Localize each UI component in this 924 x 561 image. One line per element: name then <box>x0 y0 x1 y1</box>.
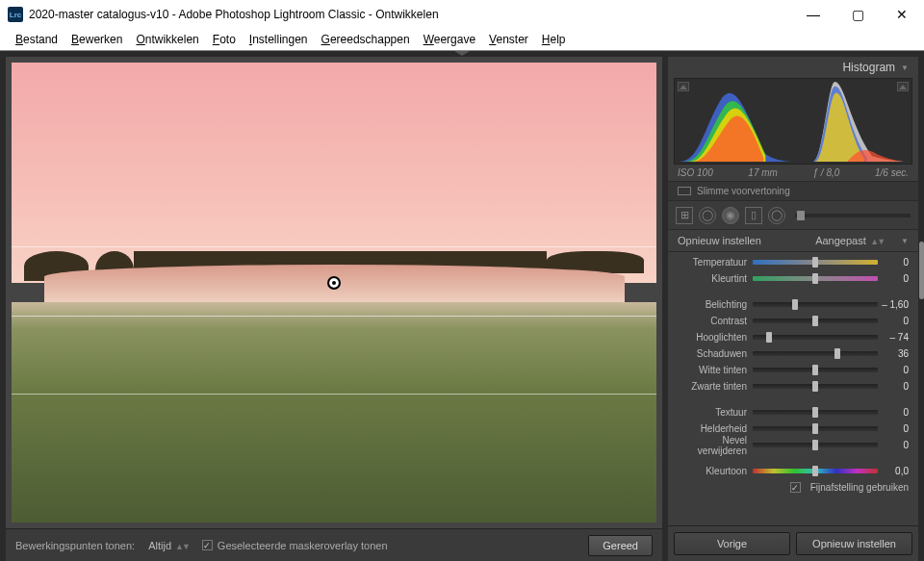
slider-track[interactable] <box>753 368 878 372</box>
slider-knob[interactable] <box>792 299 798 310</box>
app-body: Bewerkingspunten tonen: Altijd▲▼ ✓ Gesel… <box>0 50 924 561</box>
slider-schaduwen[interactable]: Schaduwen36 <box>678 345 909 362</box>
slider-label: Helderheid <box>678 423 753 434</box>
slider-label: Schaduwen <box>678 348 753 359</box>
sliders-panel: Temperatuur0Kleurtint0Belichting– 1,60Co… <box>668 252 918 479</box>
slider-track[interactable] <box>753 384 878 389</box>
slider-temperatuur[interactable]: Temperatuur0 <box>678 254 909 270</box>
right-panel-scrollbar[interactable] <box>919 242 924 299</box>
slider-knob[interactable] <box>834 348 840 359</box>
slider-label: Temperatuur <box>678 257 753 268</box>
edit-points-label: Bewerkingspunten tonen: <box>15 540 135 551</box>
slider-track[interactable] <box>753 260 878 265</box>
minimize-button[interactable]: — <box>791 0 835 29</box>
reset-link[interactable]: Opnieuw instellen <box>678 235 761 246</box>
slider-witte[interactable]: Witte tinten0 <box>678 362 909 378</box>
slider-knob[interactable] <box>812 316 818 326</box>
slider-knob[interactable] <box>812 440 818 450</box>
tool-brush-icon[interactable]: ◯ <box>768 207 785 224</box>
slider-kleurtint[interactable]: Kleurtint0 <box>678 270 909 287</box>
done-button[interactable]: Gereed <box>588 535 653 556</box>
reset-button[interactable]: Opnieuw instellen <box>796 532 912 555</box>
menu-bewerken[interactable]: Bewerken <box>65 31 128 48</box>
slider-label: Kleurtoon <box>678 466 753 476</box>
menu-foto[interactable]: Foto <box>207 31 242 48</box>
slider-track[interactable] <box>753 469 878 473</box>
guide-line[interactable] <box>12 246 656 247</box>
highlight-clipping-icon[interactable] <box>897 82 909 91</box>
slider-knob[interactable] <box>812 365 818 375</box>
guide-line[interactable] <box>12 394 656 395</box>
menu-venster[interactable]: Venster <box>483 31 534 48</box>
tool-radial-fill-icon[interactable]: ◉ <box>722 207 739 224</box>
slider-label: Witte tinten <box>678 365 753 375</box>
slider-belichting[interactable]: Belichting– 1,60 <box>678 296 909 313</box>
histogram-header[interactable]: Histogram ▼ <box>668 57 918 78</box>
menu-help[interactable]: Help <box>536 31 572 48</box>
tool-linear-icon[interactable]: ▯ <box>745 207 762 224</box>
slider-knob[interactable] <box>766 332 772 343</box>
slider-zwarte[interactable]: Zwarte tinten0 <box>678 378 909 395</box>
slider-nevel[interactable]: Nevel verwijderen0 <box>678 437 909 453</box>
slider-knob[interactable] <box>812 423 818 434</box>
tool-new-mask-icon[interactable]: ⊞ <box>676 207 693 224</box>
slider-track[interactable] <box>753 276 878 281</box>
exif-focal: 17 mm <box>748 167 778 178</box>
slider-track[interactable] <box>753 335 878 340</box>
slider-value: 0,0 <box>878 466 909 476</box>
slider-knob[interactable] <box>812 257 818 268</box>
menu-bestand[interactable]: Bestand <box>10 31 64 48</box>
slider-value: 0 <box>878 381 909 392</box>
mask-tool-row: ⊞ ◯ ◉ ▯ ◯ <box>668 201 918 230</box>
slider-knob[interactable] <box>812 381 818 392</box>
slider-track[interactable] <box>753 426 878 431</box>
previous-button[interactable]: Vorige <box>674 532 790 555</box>
shadow-clipping-icon[interactable] <box>678 82 689 91</box>
slider-value: – 74 <box>878 332 909 343</box>
window-title: 2020-master catalogus-v10 - Adobe Photos… <box>29 8 791 21</box>
collapse-icon[interactable]: ▼ <box>901 237 909 245</box>
photo-preview[interactable] <box>12 63 656 523</box>
slider-track[interactable] <box>753 351 878 356</box>
app-icon: Lrc <box>8 7 23 22</box>
slider-kleurtoon[interactable]: Kleurtoon0,0 <box>678 463 909 479</box>
slider-value: 0 <box>878 423 909 434</box>
menu-weergave[interactable]: Weergave <box>418 31 481 48</box>
preset-dropdown[interactable]: Aangepast ▲▼ <box>815 235 884 246</box>
slider-track[interactable] <box>753 443 878 447</box>
tool-amount-slider[interactable] <box>795 214 911 217</box>
close-button[interactable]: ✕ <box>880 0 924 29</box>
slider-knob[interactable] <box>812 273 818 284</box>
slider-label: Hooglichten <box>678 332 753 343</box>
titlebar: Lrc 2020-master catalogus-v10 - Adobe Ph… <box>0 0 924 29</box>
slider-knob[interactable] <box>812 466 818 476</box>
slider-track[interactable] <box>753 302 878 307</box>
fine-tune-row[interactable]: ✓ Fijnafstelling gebruiken <box>668 479 918 493</box>
slider-knob[interactable] <box>812 407 818 418</box>
menu-gereedschappen[interactable]: Gereedschappen <box>316 31 416 48</box>
slider-label: Kleurtint <box>678 273 753 284</box>
histogram-graph <box>675 79 911 164</box>
histogram-title: Histogram <box>842 61 895 74</box>
slider-value: 0 <box>878 407 909 418</box>
collapse-icon: ▼ <box>901 64 909 72</box>
maximize-button[interactable]: ▢ <box>835 0 880 29</box>
mask-overlay-toggle[interactable]: ✓ Geselecteerde maskeroverlay tonen <box>202 540 388 551</box>
menu-instellingen[interactable]: Instellingen <box>244 31 314 48</box>
edit-points-dropdown[interactable]: Altijd▲▼ <box>148 540 189 551</box>
slider-hooglichten[interactable]: Hooglichten– 74 <box>678 329 909 345</box>
tool-radial-outline-icon[interactable]: ◯ <box>699 207 716 224</box>
left-pane: Bewerkingspunten tonen: Altijd▲▼ ✓ Gesel… <box>6 57 662 561</box>
slider-track[interactable] <box>753 410 878 415</box>
adjustment-pin[interactable] <box>327 276 341 290</box>
right-panel: Histogram ▼ ISO 100 17 m <box>668 57 918 561</box>
slider-contrast[interactable]: Contrast0 <box>678 313 909 329</box>
menu-ontwikkelen[interactable]: Ontwikkelen <box>130 31 204 48</box>
histogram[interactable] <box>674 78 912 165</box>
slider-textuur[interactable]: Textuur0 <box>678 404 909 421</box>
guide-line[interactable] <box>12 316 656 317</box>
exif-row: ISO 100 17 mm ƒ / 8,0 1/6 sec. <box>668 165 918 181</box>
main-row: Bewerkingspunten tonen: Altijd▲▼ ✓ Gesel… <box>0 57 924 561</box>
check-icon: ✓ <box>202 540 213 550</box>
slider-track[interactable] <box>753 319 878 323</box>
